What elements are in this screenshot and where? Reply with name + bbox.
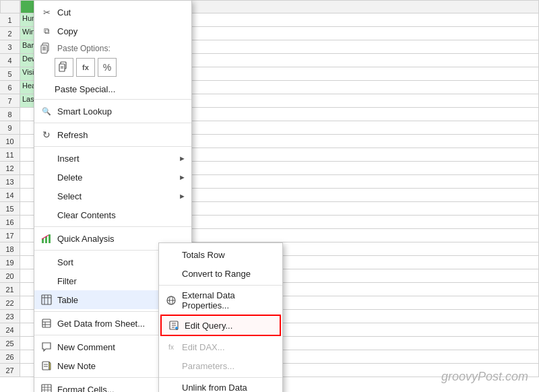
cell-c12[interactable] [182, 162, 539, 175]
corner-header [0, 0, 20, 13]
row-header: 3 [0, 40, 20, 54]
row-header: 1 [0, 13, 20, 27]
row-header: 8 [0, 108, 20, 121]
col-header-rest [182, 0, 539, 13]
row-header: 10 [0, 135, 20, 148]
paste-icon-1[interactable] [55, 58, 73, 77]
submenu-item-totals-row[interactable]: Totals Row [159, 245, 282, 264]
format-cells-icon [40, 383, 53, 392]
paste-icon-2[interactable]: fx [76, 58, 95, 77]
svg-rect-16 [42, 319, 51, 327]
row-header: 16 [0, 216, 20, 229]
svg-rect-20 [42, 362, 49, 370]
cell-c10[interactable] [182, 135, 539, 148]
separator-sub-1 [159, 285, 282, 286]
clear-contents-label: Clear Contents [57, 210, 186, 220]
cell-c9[interactable] [182, 121, 539, 135]
convert-range-label: Convert to Range [182, 269, 277, 279]
svg-rect-23 [42, 385, 51, 392]
table-submenu: Totals Row Convert to Range External Dat… [158, 242, 283, 392]
submenu-item-edit-query[interactable]: Edit Query... [160, 315, 281, 336]
cell-c13[interactable] [182, 175, 539, 189]
cell-c2[interactable] [182, 27, 539, 40]
separator-1 [34, 99, 191, 100]
row-header: 26 [0, 350, 20, 364]
cell-c4[interactable] [182, 54, 539, 67]
submenu-item-convert-range[interactable]: Convert to Range [159, 264, 282, 283]
cell-c8[interactable] [182, 108, 539, 121]
submenu-item-unlink[interactable]: Unlink from Data Source [159, 380, 282, 392]
cell-c1[interactable] [182, 13, 539, 27]
submenu-item-ext-data[interactable]: External Data Properties... [159, 288, 282, 313]
comment-icon [40, 340, 53, 354]
insert-icon [40, 152, 53, 165]
svg-rect-12 [42, 295, 51, 304]
separator-4 [34, 226, 191, 227]
parameters-icon [164, 359, 178, 372]
row-header: 18 [0, 242, 20, 256]
select-arrow: ► [178, 192, 186, 200]
unlink-icon [164, 386, 178, 392]
select-label: Select [57, 191, 178, 201]
note-icon [40, 359, 53, 372]
scissors-icon [40, 5, 53, 19]
get-data-icon [40, 317, 53, 330]
cell-c15[interactable] [182, 202, 539, 216]
separator-2 [34, 123, 191, 123]
menu-item-insert[interactable]: Insert ► [34, 149, 191, 168]
menu-item-delete[interactable]: Delete ► [34, 168, 191, 187]
delete-label: Delete [57, 172, 178, 183]
cell-c14[interactable] [182, 189, 539, 202]
smart-lookup-label: Smart Lookup [57, 106, 186, 117]
row-header: 17 [0, 229, 20, 242]
cell-c16[interactable] [182, 216, 539, 229]
cell-c7[interactable] [182, 94, 539, 108]
paste-options-label: Paste Options: [57, 44, 186, 53]
svg-rect-11 [49, 234, 51, 243]
separator-3 [34, 146, 191, 147]
edit-dax-icon: fx [164, 340, 178, 354]
paste-special-label: Paste Special... [55, 84, 186, 94]
menu-item-clear-contents[interactable]: Clear Contents [34, 205, 191, 224]
quick-analysis-icon [40, 232, 53, 245]
row-header: 22 [0, 296, 20, 310]
menu-item-select[interactable]: Select ► [34, 187, 191, 205]
copy-label: Copy [57, 26, 186, 36]
row-header: 5 [0, 67, 20, 81]
row-header: 21 [0, 283, 20, 296]
paste-icon-3[interactable]: % [98, 58, 117, 77]
row-header: 12 [0, 162, 20, 175]
row-header: 25 [0, 337, 20, 350]
convert-range-icon [164, 267, 178, 280]
cell-c11[interactable] [182, 148, 539, 162]
ext-data-label: External Data Properties... [182, 290, 277, 311]
cell-c3[interactable] [182, 40, 539, 54]
submenu-item-parameters[interactable]: Parameters... [159, 356, 282, 375]
select-icon [40, 189, 53, 203]
cell-c6[interactable] [182, 81, 539, 94]
refresh-label: Refresh [57, 130, 186, 140]
svg-rect-1 [41, 45, 47, 53]
cell-c17[interactable] [182, 229, 539, 242]
menu-item-copy[interactable]: Copy [34, 22, 191, 40]
menu-item-paste-special[interactable]: Paste Special... [34, 81, 191, 97]
row-header: 15 [0, 202, 20, 216]
separator-sub-2 [159, 377, 282, 378]
filter-icon [40, 274, 53, 288]
menu-item-cut[interactable]: Cut [34, 3, 191, 22]
menu-item-refresh[interactable]: Refresh [34, 125, 191, 144]
edit-query-icon [167, 319, 181, 332]
row-header: 13 [0, 175, 20, 189]
refresh-icon [40, 128, 53, 141]
clear-icon [40, 208, 53, 222]
insert-arrow: ► [178, 154, 186, 162]
insert-label: Insert [57, 154, 178, 164]
cell-c5[interactable] [182, 67, 539, 81]
row-header: 27 [0, 364, 20, 377]
copy-icon [40, 24, 53, 38]
totals-row-icon [164, 248, 178, 261]
ext-data-icon [164, 294, 178, 307]
submenu-item-edit-dax[interactable]: fx Edit DAX... [159, 337, 282, 356]
totals-row-label: Totals Row [182, 250, 277, 260]
menu-item-smart-lookup[interactable]: Smart Lookup [34, 102, 191, 121]
